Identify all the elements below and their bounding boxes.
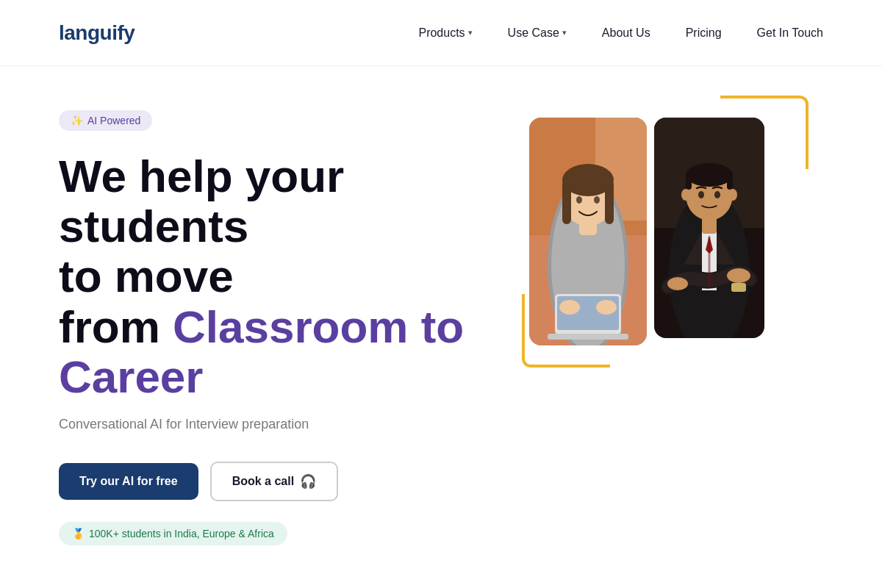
svg-rect-28 xyxy=(727,175,733,190)
hero-title: We help your students to move from Class… xyxy=(59,151,514,402)
svg-point-10 xyxy=(576,196,582,204)
chevron-down-icon: ▾ xyxy=(562,28,567,37)
hero-title-line3-plain: from xyxy=(59,301,173,352)
book-call-button[interactable]: Book a call 🎧 xyxy=(210,462,338,501)
svg-point-33 xyxy=(727,268,750,283)
nav-link-pricing[interactable]: Pricing xyxy=(686,26,722,40)
svg-point-31 xyxy=(698,191,704,198)
hero-title-line1: We help your students xyxy=(59,151,344,251)
book-call-label: Book a call xyxy=(232,475,294,488)
sparkle-icon: ✨ xyxy=(71,115,83,126)
svg-rect-35 xyxy=(731,283,746,292)
hero-subtitle: Conversational AI for Interview preparat… xyxy=(59,417,514,432)
svg-point-29 xyxy=(681,189,690,201)
svg-point-34 xyxy=(667,277,688,290)
nav-link-usecase[interactable]: Use Case ▾ xyxy=(508,26,567,40)
svg-point-16 xyxy=(596,300,617,315)
ai-badge-text: AI Powered xyxy=(87,115,140,126)
hero-left: ✨ AI Powered We help your students to mo… xyxy=(59,110,514,545)
nav-link-aboutus[interactable]: About Us xyxy=(602,26,650,40)
svg-point-15 xyxy=(559,300,580,315)
svg-point-30 xyxy=(728,189,737,201)
nav-item-contact[interactable]: Get In Touch xyxy=(757,26,823,40)
person-image-1 xyxy=(529,118,647,345)
nav-links: Products ▾ Use Case ▾ About Us Pricing G… xyxy=(418,26,823,40)
hero-buttons: Try our AI for free Book a call 🎧 xyxy=(59,462,514,501)
hero-title-line3-highlight: Classroom to xyxy=(173,301,464,352)
person-1-svg xyxy=(529,118,647,345)
medal-icon: 🥇 xyxy=(72,528,85,539)
nav-item-pricing[interactable]: Pricing xyxy=(686,26,722,40)
nav-item-usecase[interactable]: Use Case ▾ xyxy=(508,26,567,40)
svg-rect-9 xyxy=(605,180,614,224)
try-ai-button[interactable]: Try our AI for free xyxy=(59,463,198,500)
person-2-svg xyxy=(654,118,764,338)
nav-link-contact[interactable]: Get In Touch xyxy=(757,26,823,40)
hero-images xyxy=(514,96,808,375)
students-badge-text: 100K+ students in India, Europe & Africa xyxy=(89,528,274,539)
nav-link-products[interactable]: Products ▾ xyxy=(418,26,472,40)
nav-item-aboutus[interactable]: About Us xyxy=(602,26,650,40)
navbar: languify Products ▾ Use Case ▾ About Us … xyxy=(0,0,882,66)
svg-point-32 xyxy=(714,191,720,198)
svg-rect-27 xyxy=(686,175,692,190)
hero-title-line4-highlight: Career xyxy=(59,351,203,402)
hero-section: ✨ AI Powered We help your students to mo… xyxy=(0,66,882,545)
svg-rect-8 xyxy=(562,180,571,224)
chevron-down-icon: ▾ xyxy=(468,28,473,37)
svg-point-11 xyxy=(594,196,600,204)
svg-rect-14 xyxy=(548,334,628,340)
ai-powered-badge: ✨ AI Powered xyxy=(59,110,152,131)
hero-title-line2: to move xyxy=(59,251,234,301)
nav-item-products[interactable]: Products ▾ xyxy=(418,26,472,40)
person-image-2 xyxy=(654,118,764,338)
headphone-icon: 🎧 xyxy=(300,473,316,490)
students-badge: 🥇 100K+ students in India, Europe & Afri… xyxy=(59,522,287,545)
logo[interactable]: languify xyxy=(59,21,135,45)
svg-point-26 xyxy=(686,163,733,187)
